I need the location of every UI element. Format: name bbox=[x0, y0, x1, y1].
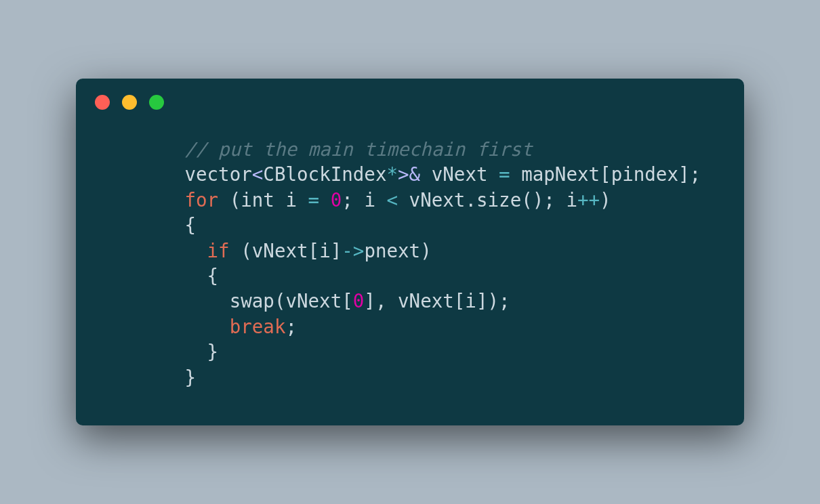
code-token: ) bbox=[600, 189, 611, 211]
code-line: { bbox=[95, 264, 725, 289]
code-token bbox=[319, 189, 331, 211]
code-token: ], vNext[i]); bbox=[364, 290, 510, 312]
code-line: for (int i = 0; i < vNext.size(); i++) bbox=[95, 188, 725, 213]
code-token: ++ bbox=[577, 189, 600, 211]
code-token: (vNext[i] bbox=[230, 240, 342, 261]
zoom-icon[interactable] bbox=[149, 95, 164, 110]
code-token: 0 bbox=[331, 189, 342, 211]
code-token: int bbox=[241, 189, 274, 211]
code-token: vector bbox=[184, 163, 251, 185]
code-token: ; i bbox=[342, 189, 386, 211]
code-token: ( bbox=[218, 189, 241, 211]
code-line: // put the main timechain first bbox=[95, 137, 725, 162]
code-line: } bbox=[95, 365, 725, 390]
code-token: pnext) bbox=[364, 240, 431, 261]
code-token: 0 bbox=[353, 290, 365, 312]
code-token: mapNext[pindex]; bbox=[510, 163, 701, 185]
code-token: vNext.size(); i bbox=[398, 189, 577, 211]
code-token: > bbox=[398, 163, 409, 185]
code-token: // put the main timechain first bbox=[184, 138, 532, 160]
minimize-icon[interactable] bbox=[122, 95, 137, 110]
code-token: i bbox=[274, 189, 308, 211]
close-icon[interactable] bbox=[95, 95, 110, 110]
code-token: for bbox=[184, 189, 218, 211]
code-line: if (vNext[i]->pnext) bbox=[95, 238, 725, 264]
code-token: ; bbox=[285, 316, 297, 337]
code-token: break bbox=[230, 316, 286, 337]
code-token: } bbox=[184, 366, 196, 388]
code-token: < bbox=[387, 189, 398, 211]
code-token: < bbox=[252, 163, 264, 185]
code-token: { bbox=[207, 265, 219, 287]
code-line: break; bbox=[95, 314, 725, 339]
code-token: = bbox=[499, 163, 510, 185]
code-token: = bbox=[308, 189, 320, 211]
code-token: { bbox=[184, 214, 196, 236]
code-block: // put the main timechain firstvector<CB… bbox=[76, 118, 744, 390]
code-token: } bbox=[207, 341, 219, 362]
code-token: swap(vNext[ bbox=[230, 290, 353, 312]
code-token: -> bbox=[342, 240, 364, 261]
code-line: } bbox=[95, 339, 725, 364]
code-line: swap(vNext[0], vNext[i]); bbox=[95, 289, 725, 314]
code-window: // put the main timechain firstvector<CB… bbox=[76, 79, 744, 425]
code-line: { bbox=[95, 213, 725, 238]
code-token: & bbox=[409, 163, 421, 185]
code-token: * bbox=[386, 163, 398, 185]
window-controls bbox=[76, 95, 744, 118]
code-token: vNext bbox=[420, 163, 499, 185]
code-token: if bbox=[207, 240, 230, 261]
code-line: vector<CBlockIndex*>& vNext = mapNext[pi… bbox=[95, 162, 725, 187]
code-token: CBlockIndex bbox=[263, 163, 386, 185]
